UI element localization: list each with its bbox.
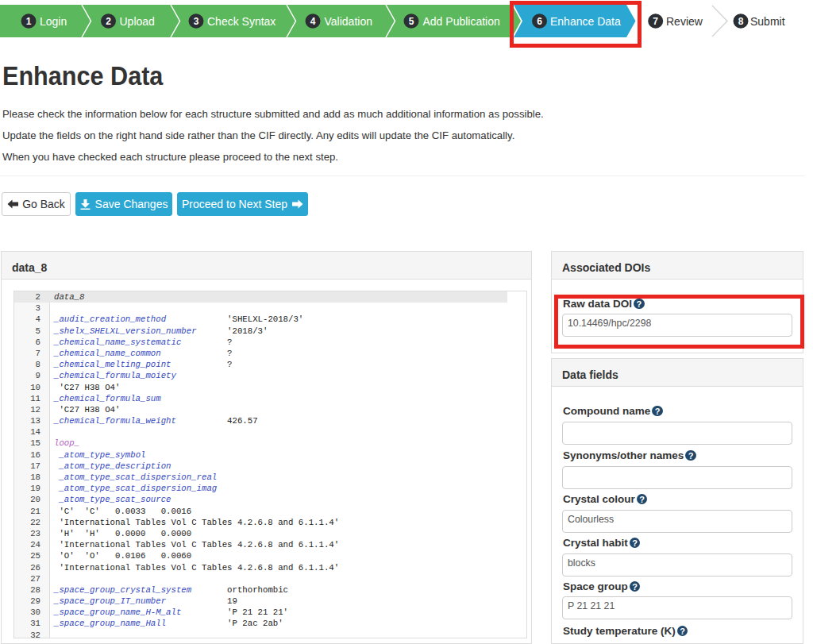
svg-text:Submit: Submit xyxy=(750,15,785,28)
svg-text:2: 2 xyxy=(106,16,111,27)
svg-text:Check Syntax: Check Syntax xyxy=(207,15,275,28)
svg-text:4: 4 xyxy=(310,16,316,27)
svg-text:Review: Review xyxy=(666,15,703,28)
svg-text:5: 5 xyxy=(409,16,414,27)
svg-text:3: 3 xyxy=(194,16,199,27)
svg-text:7: 7 xyxy=(653,16,658,27)
svg-text:8: 8 xyxy=(738,16,744,27)
svg-text:Validation: Validation xyxy=(325,15,372,28)
svg-text:Login: Login xyxy=(40,15,67,28)
svg-text:1: 1 xyxy=(26,16,32,27)
svg-text:Add Publication: Add Publication xyxy=(423,15,500,28)
svg-text:Upload: Upload xyxy=(120,15,155,28)
